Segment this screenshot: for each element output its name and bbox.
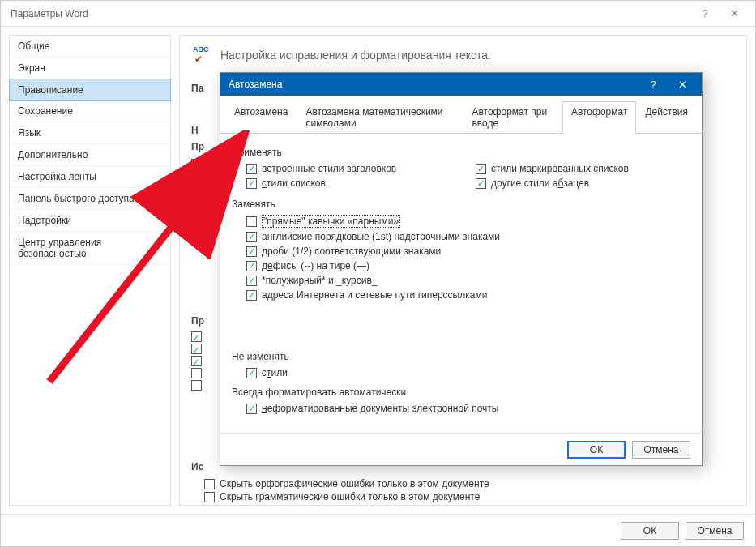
dialog-title: Автозамена [229,79,639,90]
dialog-help-button[interactable]: ? [639,73,668,96]
dialog-footer: ОК Отмена [220,433,702,465]
group-always-label: Всегда форматировать автоматически [232,387,690,398]
sidebar-nav: Общие Экран Правописание Сохранение Язык… [9,35,171,506]
apply-list-styles-label: стили списков [262,177,326,189]
apply-other-para-styles-checkbox[interactable] [476,178,486,189]
apply-list-styles-checkbox[interactable] [246,178,257,189]
bg-section-label: Ис [191,461,203,472]
replace-ordinals-label: английские порядковые (1st) надстрочными… [262,231,500,242]
always-plaintext-email-checkbox[interactable] [246,404,257,414]
dialog-titlebar: Автозамена ? ✕ [220,73,702,96]
window-footer: ОК Отмена [1,514,755,546]
window-cancel-button[interactable]: Отмена [686,522,744,540]
proofing-icon: ABC✔ [193,45,212,65]
preserve-styles-checkbox[interactable] [246,368,257,378]
tab-math-autocorrect[interactable]: Автозамена математическими символами [297,101,463,134]
bg-checkbox[interactable] [191,356,202,366]
bg-section-label: Н [191,125,199,136]
group-replace-label: Заменять [232,199,690,210]
apply-other-para-styles-label: другие стили абзацев [491,177,589,189]
autocorrect-dialog: Автозамена ? ✕ Автозамена Автозамена мат… [220,72,703,466]
sidebar-item-trustcenter[interactable]: Центр управления безопасностью [10,232,170,265]
replace-fractions-label: дроби (1/2) соответствующими знаками [262,246,441,257]
sidebar-item-save[interactable]: Сохранение [10,100,170,122]
replace-bold-italic-label: *полужирный* и _курсив_ [262,275,377,286]
tab-autoformat[interactable]: Автоформат [562,101,637,134]
bg-checkbox[interactable] [191,331,202,342]
sidebar-item-qat[interactable]: Панель быстрого доступа [10,188,170,210]
sidebar-item-proofing[interactable]: Правописание [9,79,171,101]
apply-bullet-styles-checkbox[interactable] [476,164,486,174]
hide-grammar-checkbox[interactable] [204,492,215,502]
sidebar-item-advanced[interactable]: Дополнительно [10,144,170,166]
replace-ordinals-checkbox[interactable] [246,232,257,242]
replace-fractions-checkbox[interactable] [246,246,257,257]
sidebar-item-language[interactable]: Язык [10,122,170,144]
sidebar-item-ribbon[interactable]: Настройка ленты [10,166,170,188]
help-button[interactable]: ? [690,1,720,27]
bg-section-label: Па [191,83,203,94]
close-button[interactable]: ✕ [720,1,749,27]
bg-checkbox[interactable] [191,380,202,391]
hide-spelling-checkbox[interactable] [204,479,215,489]
group-apply-label: Применять [232,147,690,158]
dialog-cancel-button[interactable]: Отмена [632,441,690,459]
bg-checkbox[interactable] [191,344,202,354]
window-title: Параметры Word [11,8,690,19]
bg-checkbox[interactable] [191,183,202,194]
dialog-close-button[interactable]: ✕ [668,73,697,96]
bg-checkbox[interactable] [191,207,202,218]
replace-quotes-label: "прямые" кавычки «парными» [262,215,400,228]
window-titlebar: Параметры Word ? ✕ [1,1,755,27]
dialog-ok-button[interactable]: ОК [567,441,626,459]
apply-bullet-styles-label: стили маркированных списков [491,163,629,174]
bg-section-label: Пр [191,141,204,152]
window-ok-button[interactable]: ОК [621,522,679,540]
bg-checkbox[interactable] [191,171,202,182]
replace-bold-italic-checkbox[interactable] [246,276,257,286]
bg-checkbox[interactable] [191,159,202,169]
apply-heading-styles-label: встроенные стили заголовков [262,163,396,174]
replace-hyperlinks-label: адреса Интернета и сетевые пути гиперссы… [262,289,487,301]
group-preserve-label: Не изменять [232,351,690,362]
sidebar-item-display[interactable]: Экран [10,58,170,79]
sidebar-item-addins[interactable]: Надстройки [10,210,170,232]
replace-hyphens-label: дефисы (--) на тире (—) [262,260,369,271]
bg-checkbox[interactable] [191,195,202,206]
hide-grammar-label: Скрыть грамматические ошибки только в эт… [220,491,480,502]
dialog-tabs: Автозамена Автозамена математическими си… [220,96,702,134]
sidebar-item-general[interactable]: Общие [10,36,170,58]
bg-checkbox[interactable] [191,368,202,378]
replace-hyperlinks-checkbox[interactable] [246,290,257,301]
hide-spelling-label: Скрыть орфографические ошибки только в э… [220,478,489,489]
preserve-styles-label: стили [262,367,288,378]
bg-section-label: Пр [191,315,204,327]
tab-autoformat-as-type[interactable]: Автоформат при вводе [463,101,562,134]
replace-quotes-checkbox[interactable] [246,216,257,227]
apply-heading-styles-checkbox[interactable] [246,164,257,174]
tab-autocorrect[interactable]: Автозамена [225,101,297,134]
tab-actions[interactable]: Действия [636,101,697,134]
replace-hyphens-checkbox[interactable] [246,261,257,271]
always-plaintext-email-label: неформатированные документы электронной … [262,403,498,414]
main-header-text: Настройка исправления и форматирования т… [220,49,491,62]
